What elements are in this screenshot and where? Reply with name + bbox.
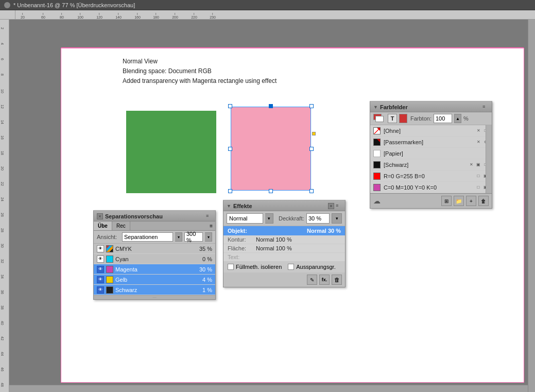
effekte-delete-btn[interactable]: 🗑 — [332, 275, 342, 285]
sep-name-schwarz: Schwarz — [115, 287, 202, 293]
sep-eye-cyan[interactable]: 👁 — [97, 255, 104, 263]
effekte-close[interactable]: × — [328, 203, 334, 209]
title-bar: * Unbenannt-16 @ 77 % [Überdruckenvorsch… — [0, 0, 535, 10]
ruler-corner — [0, 10, 15, 20]
effekte-opacity-label: Deckkraft: — [279, 215, 304, 221]
canvas-scrollbar-h[interactable] — [9, 385, 528, 392]
sep-eye-schwarz[interactable]: 👁 — [97, 286, 104, 294]
sep-tabs: Übe Rec ≡ — [94, 221, 215, 231]
farb-items-area: [Ohne] ✕ □ [Passermarken] ✕ ⊕ — [370, 125, 492, 193]
sep-value-schwarz: 1 % — [202, 287, 212, 293]
v-tick: 36 — [1, 290, 4, 294]
farb-new-btn[interactable]: + — [466, 196, 476, 206]
effekte-object-value: Normal 30 % — [307, 228, 341, 234]
effekte-kontur-label: Kontur: — [228, 236, 256, 243]
effekte-collapse-icon[interactable]: ▼ — [227, 203, 231, 209]
sep-close[interactable]: × — [97, 213, 103, 219]
effekte-fx-btn[interactable]: fx. — [319, 275, 330, 285]
effekte-blend-value: Normal — [229, 215, 247, 221]
effekte-flaeche-value: Normal 100 % — [256, 245, 292, 251]
farb-item-ohne[interactable]: [Ohne] ✕ □ — [370, 125, 492, 137]
farb-item-red[interactable]: R=0 G=255 B=0 □ ▣ — [370, 171, 492, 182]
effekte-panel-header: ▼ Effekte × ≡ — [223, 201, 345, 211]
v-tick: 8 — [1, 74, 4, 76]
ruler-vertical: 2 4 6 8 10 12 14 16 18 20 22 24 26 28 30… — [0, 20, 9, 392]
farb-pct: % — [463, 115, 469, 122]
effekte-object-label: Objekt: — [228, 228, 247, 234]
farb-swatch-ohne — [373, 127, 381, 134]
sep-row-cyan: 👁 Cyan 0 % — [94, 254, 215, 264]
ruler-tick: 100 — [77, 13, 83, 19]
ruler-horizontal: 20 60 80 100 120 140 160 180 200 220 230 — [15, 10, 535, 20]
ruler-tick: 120 — [96, 13, 102, 19]
effekte-checkbox1[interactable] — [228, 264, 234, 270]
handle-bot-mid — [269, 189, 273, 193]
ruler-tick: 230 — [210, 13, 216, 19]
effekte-checkbox2[interactable] — [288, 264, 294, 270]
sep-tab-menu: ≡ — [207, 221, 215, 230]
effekte-menu[interactable]: ≡ — [336, 203, 342, 209]
ruler-tick: 20 — [21, 13, 25, 19]
sep-ansicht-arrow[interactable]: ▾ — [175, 232, 182, 242]
farb-menu[interactable]: ≡ — [482, 104, 489, 110]
farb-item-passermarken[interactable]: [Passermarken] ✕ ⊕ — [370, 137, 492, 148]
effekte-kontur-row: Kontur: Normal 100 % — [223, 235, 345, 244]
sep-resize-handle[interactable]: ⋯ — [94, 295, 215, 299]
ruler-tick: 80 — [60, 13, 64, 19]
farb-item-schwarz[interactable]: [Schwarz] ✕ ▣ □ — [370, 159, 492, 171]
handle-bot-left — [228, 189, 232, 193]
farb-folder-btn[interactable]: 📁 — [454, 196, 464, 206]
ruler-tick: 140 — [115, 13, 122, 19]
farb-scrollbar[interactable] — [486, 125, 492, 193]
farb-farbton-input[interactable]: 100 — [434, 114, 452, 123]
farb-swatch-red — [373, 173, 381, 180]
effekte-edit-btn[interactable]: ✎ — [307, 275, 317, 285]
v-tick: 30 — [1, 244, 4, 248]
sep-tab-uebe[interactable]: Übe — [94, 221, 112, 230]
effekte-opacity-stepper[interactable]: ▾ — [332, 213, 342, 224]
handle-top-right — [309, 104, 314, 108]
sep-eye-magenta[interactable]: 👁 — [97, 266, 104, 273]
sep-zoom-input[interactable]: 300 % — [184, 232, 203, 242]
farb-item-cyan-magenta[interactable]: C=0 M=100 Y=0 K=0 □ ▣ — [370, 182, 492, 193]
pink-rect-selected[interactable] — [228, 104, 314, 194]
farb-cloud-icon[interactable]: ☁ — [373, 197, 381, 205]
farb-text-btn[interactable]: T — [388, 114, 397, 123]
farb-grid-btn[interactable]: ⊞ — [441, 196, 452, 206]
effekte-title: Effekte — [233, 203, 328, 209]
sep-tab-rec[interactable]: Rec — [112, 221, 130, 230]
sep-name-cmyk: CMYK — [115, 246, 199, 252]
effekte-blend-arrow[interactable]: ▾ — [265, 213, 273, 224]
v-tick: 44 — [1, 352, 4, 356]
v-tick: 6 — [1, 58, 4, 60]
sep-name-magenta: Magenta — [115, 266, 199, 272]
farb-swatch-magenta2 — [373, 184, 381, 191]
farb-collapse-icon[interactable]: ▼ — [373, 105, 378, 110]
farb-toolbar: T Farbton: 100 ▲ % — [370, 112, 492, 125]
sep-title: Separationsvorschau — [105, 213, 204, 219]
sep-eye-gelb[interactable]: 👁 — [97, 276, 104, 283]
sep-value-cyan: 0 % — [202, 256, 212, 262]
sep-zoom-arrow[interactable]: ▾ — [205, 232, 212, 242]
effekte-text-label: Text: — [228, 254, 239, 260]
title-bar-close[interactable] — [4, 2, 10, 8]
sep-swatch-magenta — [106, 266, 113, 273]
farb-fill-icon[interactable] — [373, 114, 385, 123]
pink-rectangle — [231, 107, 311, 191]
farb-scroll-up[interactable]: ▲ — [454, 114, 461, 123]
farb-gradient-icon — [399, 114, 407, 123]
effekte-blend-dropdown[interactable]: Normal — [227, 213, 263, 224]
sep-ansicht-dropdown[interactable]: Separationen — [122, 232, 173, 242]
ruler-tick: 180 — [153, 13, 159, 19]
canvas-scrollbar-v[interactable] — [528, 20, 535, 392]
v-tick: 20 — [1, 166, 4, 171]
farb-delete-btn[interactable]: 🗑 — [478, 196, 489, 206]
sep-eye-cmyk[interactable]: 👁 — [97, 245, 104, 252]
farb-item-name-magenta2: C=0 M=100 Y=0 K=0 — [384, 184, 475, 191]
sep-menu[interactable]: ≡ — [206, 213, 212, 219]
v-tick: 46 — [1, 367, 4, 371]
ruler-tick: 220 — [191, 13, 197, 19]
farb-item-papier[interactable]: [Papier] — [370, 148, 492, 159]
effekte-opacity-input[interactable]: 30 % — [306, 213, 330, 224]
sep-swatch-schwarz — [106, 286, 113, 294]
